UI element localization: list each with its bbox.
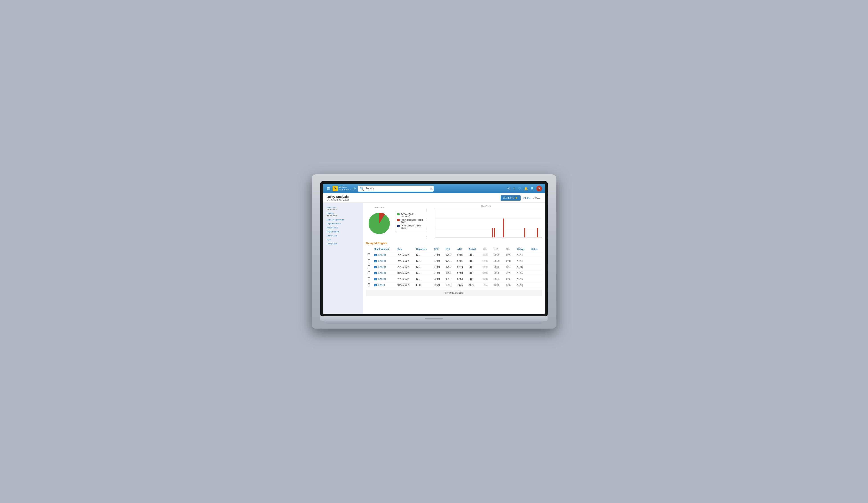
hamburger-menu[interactable]: ☰ [326,186,331,192]
legend-filtered: Filtered Delayed Flights 6 (4%) [397,219,424,223]
charts-row: Pie Chart [366,205,542,238]
row-checkbox-cell[interactable] [366,258,372,264]
sidebar-delay-code-2[interactable]: Delay Code [323,242,363,246]
row-etd: 07:00 [444,264,456,270]
flight-badge: ✈ [374,254,377,256]
records-footer: 6 records available [366,290,542,296]
row-date: 28/03/2022 [396,276,414,282]
row-flight: ✈ BA1244 [372,276,396,282]
row-std: 08:00 [432,276,444,282]
list-icon[interactable]: ≡ [513,187,515,190]
search-input[interactable] [365,187,428,190]
table-row: ✈ BA1244 28/03/2022 NCL 08:00 08:00 07:5… [366,276,542,282]
table-row: ✈ BA443 01/03/2022 LHR 10:30 10:30 10:35… [366,282,542,288]
legend-filtered-dot [397,219,400,221]
row-arrival: MUC [467,282,481,288]
col-ata: ATA [504,247,515,252]
legend-other: Other Delayed Flights 0 (0%) [397,225,424,229]
row-delays: /00:05 [515,282,529,288]
row-checkbox-cell[interactable] [366,270,372,276]
row-delays: /00:01 [515,252,529,258]
row-departure: NCL [414,264,432,270]
svg-rect-9 [524,228,526,237]
sidebar-date-from[interactable]: Date From 01/01/2022 [323,205,363,212]
row-etd: 00:00 [444,270,456,276]
sidebar-flight-number[interactable]: Flight Number [323,230,363,234]
sidebar-date-to[interactable]: Date To 31/03/2022 [323,212,363,218]
heart-icon[interactable]: ♡ [518,187,521,190]
search-filter-icon[interactable]: ▤ [429,187,432,190]
row-ata: 08:08 [504,258,515,264]
sidebar: Date From 01/01/2022 Date To 31/03/2022 … [323,203,363,314]
row-checkbox[interactable] [368,259,370,262]
search-bar[interactable]: 🔍 ▤ [358,186,434,192]
row-ata: 08:40 [504,276,515,282]
table-row: ✈ BA1244 01/03/2022 NCL 07:00 00:00 07:0… [366,270,542,276]
row-delays: /00:01 [515,258,529,264]
sidebar-days-operations[interactable]: Days Of Operations [323,218,363,222]
sidebar-arrival-place[interactable]: Arrival Place [323,226,363,230]
actions-button[interactable]: ACTIONS ⚡ [500,195,520,201]
svg-rect-7 [494,228,495,237]
col-delays: Delays [515,247,529,252]
row-flight: ✈ BA1244 [372,264,396,270]
row-date: 24/02/2022 [396,258,414,264]
content-area: Pie Chart [363,203,545,314]
sidebar-delay-code-1[interactable]: Delay Code [323,234,363,238]
apps-icon[interactable]: ⠿ [531,187,533,190]
row-departure: LHR [414,282,432,288]
table-row: ✈ BA1244 24/02/2022 NCL 07:00 07:00 07:0… [366,258,542,264]
row-sta: 08:00 [480,258,492,264]
row-checkbox-cell[interactable] [366,276,372,282]
row-date: 01/03/2022 [396,270,414,276]
flight-link[interactable]: BA1244 [378,254,386,256]
col-flight-number: Flight Number [372,247,396,252]
row-checkbox[interactable] [368,283,370,286]
col-std: STD [432,247,444,252]
flight-link[interactable]: BA443 [378,284,385,286]
filter-button[interactable]: ▽ Filter [523,196,530,199]
row-checkbox-cell[interactable] [366,264,372,270]
row-std: 10:30 [432,282,444,288]
row-checkbox[interactable] [368,271,370,274]
row-std: 07:00 [432,270,444,276]
flight-link[interactable]: BA1244 [378,260,386,262]
refresh-icon[interactable]: ↻ [353,187,356,190]
row-delays: /00:03 [515,270,529,276]
logo-text: VERYON TRACKING + [339,186,351,191]
flight-link[interactable]: BA1244 [378,266,386,268]
pie-legend: OnTime Flights 138 (96%) Filtered Delaye… [395,211,426,232]
row-checkbox-cell[interactable] [366,282,372,288]
row-checkbox-cell[interactable] [366,252,372,258]
row-checkbox[interactable] [368,265,370,268]
row-arrival: LHR [467,270,481,276]
row-departure: NCL [414,270,432,276]
row-ata: 00:00 [504,282,515,288]
row-eta: 13:15 [492,282,504,288]
bar-chart-title: Bar Chart [430,205,542,208]
flight-link[interactable]: BA1244 [378,272,386,274]
sidebar-departure-place[interactable]: Departure Place [323,222,363,226]
row-atd: 07:03 [456,270,467,276]
bell-icon[interactable]: 🔔 [524,187,528,190]
row-sta: 08:00 [480,252,492,258]
flight-badge: ✈ [374,272,377,275]
col-checkbox [366,247,372,252]
svg-rect-8 [503,218,504,237]
flight-link[interactable]: BA1244 [378,278,386,280]
row-checkbox[interactable] [368,253,370,256]
col-eta: ETA [492,247,504,252]
user-avatar[interactable]: RL [536,186,542,192]
col-departure: Departure [414,247,432,252]
row-status [529,264,542,270]
row-ata: 08:18 [504,264,515,270]
close-button[interactable]: × Close [533,197,541,199]
logo-icon: V [332,186,338,191]
row-checkbox[interactable] [368,277,370,280]
bar-chart-section: Bar Chart 3 2 1 0 [430,205,542,238]
row-status [529,270,542,276]
row-arrival: LHR [467,264,481,270]
mail-icon[interactable]: ✉ [507,187,510,190]
sidebar-type[interactable]: Type [323,238,363,242]
flight-badge: ✈ [374,266,377,268]
